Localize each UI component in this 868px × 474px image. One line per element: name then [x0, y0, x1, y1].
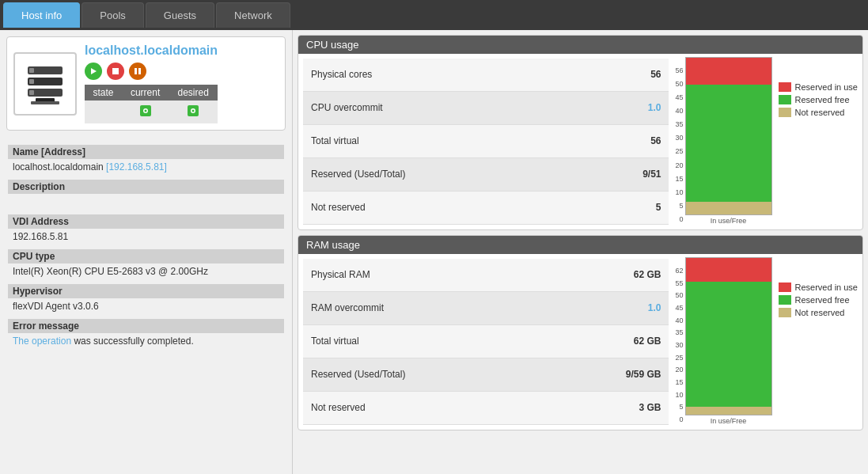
ram-stat-label: Physical RAM: [303, 259, 553, 291]
ram-stat-label: RAM overcommit: [303, 291, 553, 324]
desired-col-header: desired: [169, 85, 218, 100]
name-address-value: localhost.localdomain [192.168.5.81]: [8, 159, 284, 175]
ram-usage-header: RAM usage: [298, 236, 862, 254]
cpu-stat-value: 56: [582, 124, 669, 157]
state-table: state current desired: [85, 85, 218, 123]
svg-point-14: [144, 110, 146, 112]
cpu-stat-row: CPU overcommit1.0: [303, 91, 669, 124]
tab-host-info[interactable]: Host info: [3, 2, 80, 28]
ram-stat-row: RAM overcommit1.0: [303, 291, 669, 324]
ram-stat-value: 3 GB: [553, 391, 669, 424]
ram-stat-row: Not reserved3 GB: [303, 391, 669, 424]
svg-rect-1: [29, 68, 34, 73]
cpu-stat-row: Reserved (Used/Total)9/51: [303, 157, 669, 191]
ram-legend-reserved-free: Reserved free: [779, 295, 859, 305]
ram-y-axis: 6255504540 3530252015 1050: [675, 267, 683, 425]
tab-guests[interactable]: Guests: [146, 2, 214, 28]
stop-button[interactable]: [107, 63, 124, 80]
svg-marker-8: [91, 68, 97, 74]
cpu-stat-row: Not reserved5: [303, 191, 669, 224]
error-message-value: The operation was successfully completed…: [8, 333, 284, 349]
cpu-stat-row: Physical cores56: [303, 59, 669, 91]
ram-stat-value: 1.0: [553, 291, 669, 324]
vdi-address-label: VDI Address: [8, 214, 284, 229]
cpu-reserved-inuse-bar: [686, 58, 771, 85]
left-panel: localhost.localdomain: [0, 30, 293, 474]
cpu-legend-label-reserved-inuse: Reserved in use: [795, 82, 859, 92]
ram-bar-stack: [685, 257, 772, 415]
state-col-header: state: [85, 85, 122, 100]
host-controls: [85, 63, 218, 80]
description-value: [8, 194, 284, 210]
tab-pools[interactable]: Pools: [81, 2, 144, 28]
cpu-stat-row: Total virtual56: [303, 124, 669, 157]
host-icon-box: [13, 52, 77, 116]
cpu-legend-reserved-inuse: Reserved in use: [779, 82, 859, 92]
tab-bar: Host info Pools Guests Network: [0, 0, 868, 30]
cpu-x-label: In use/Free: [711, 217, 747, 225]
cpu-usage-body: Physical cores56CPU overcommit1.0Total v…: [298, 54, 862, 229]
cpu-usage-header: CPU usage: [298, 36, 862, 54]
play-button[interactable]: [85, 63, 102, 80]
state-cell: [85, 100, 122, 123]
current-icon-cell: [122, 100, 169, 123]
ram-legend-reserved-inuse: Reserved in use: [779, 283, 859, 292]
host-card: localhost.localdomain: [6, 36, 286, 131]
hypervisor-label: Hypervisor: [8, 284, 284, 298]
server-icon: [21, 60, 69, 108]
svg-rect-3: [29, 79, 34, 84]
ram-stat-label: Reserved (Used/Total): [303, 358, 553, 391]
tab-network[interactable]: Network: [216, 2, 290, 28]
cpu-stat-value: 9/51: [582, 157, 669, 191]
ram-legend-color-not-reserved: [779, 308, 791, 317]
ram-stat-row: Physical RAM62 GB: [303, 259, 669, 291]
main-content: localhost.localdomain: [0, 30, 868, 474]
svg-rect-11: [138, 68, 141, 74]
svg-rect-5: [29, 90, 34, 95]
cpu-y-axis: 5650454035 3025201510 50: [675, 66, 683, 225]
ram-not-reserved-bar: [686, 407, 771, 415]
error-message-label: Error message: [8, 319, 284, 333]
cpu-usage-section: CPU usage Physical cores56CPU overcommit…: [298, 35, 863, 230]
ram-legend-color-reserved-inuse: [779, 283, 791, 292]
info-section: Name [Address] localhost.localdomain [19…: [0, 137, 292, 352]
ram-stat-value: 62 GB: [553, 259, 669, 291]
ram-usage-section: RAM usage Physical RAM62 GBRAM overcommi…: [298, 235, 863, 430]
ram-stat-value: 9/59 GB: [553, 358, 669, 391]
cpu-type-label: CPU type: [8, 249, 284, 264]
cpu-stat-label: Not reserved: [303, 191, 582, 224]
cpu-stat-value: 56: [582, 59, 669, 91]
cpu-stat-value: 1.0: [582, 91, 669, 124]
ram-stat-row: Reserved (Used/Total)9/59 GB: [303, 358, 669, 391]
ram-stat-label: Not reserved: [303, 391, 553, 424]
cpu-reserved-free-bar: [686, 85, 771, 203]
cpu-legend-not-reserved: Not reserved: [779, 108, 859, 117]
cpu-not-reserved-bar: [686, 202, 771, 214]
ram-chart-legend: Reserved in use Reserved free Not reserv…: [779, 259, 859, 317]
desired-disk-icon: [186, 104, 200, 118]
ram-stat-label: Total virtual: [303, 324, 553, 358]
cpu-legend-label-reserved-free: Reserved free: [795, 95, 850, 104]
ram-stat-value: 62 GB: [553, 324, 669, 358]
cpu-legend-color-reserved-free: [779, 95, 791, 104]
ram-legend-label-reserved-inuse: Reserved in use: [795, 283, 859, 292]
host-name: localhost.localdomain: [85, 44, 218, 58]
cpu-legend-reserved-free: Reserved free: [779, 95, 859, 104]
cpu-legend-color-reserved-inuse: [779, 82, 791, 92]
svg-rect-7: [31, 101, 59, 104]
ram-legend-color-reserved-free: [779, 295, 791, 305]
address-link[interactable]: [192.168.5.81]: [106, 161, 167, 173]
cpu-stats-table: Physical cores56CPU overcommit1.0Total v…: [303, 59, 669, 225]
ram-x-label: In use/Free: [711, 417, 747, 425]
ram-chart-area: 6255504540 3530252015 1050: [675, 259, 858, 425]
cpu-chart-legend: Reserved in use Reserved free Not reserv…: [779, 59, 859, 117]
name-address-label: Name [Address]: [8, 145, 284, 159]
svg-rect-9: [112, 68, 119, 74]
hypervisor-value: flexVDI Agent v3.0.6: [8, 298, 284, 314]
pause-button[interactable]: [129, 63, 146, 80]
cpu-stat-label: Total virtual: [303, 124, 582, 157]
cpu-stat-label: CPU overcommit: [303, 91, 582, 124]
cpu-bar-stack: [685, 57, 772, 215]
svg-point-17: [192, 110, 195, 112]
ram-legend-not-reserved: Not reserved: [779, 308, 859, 317]
